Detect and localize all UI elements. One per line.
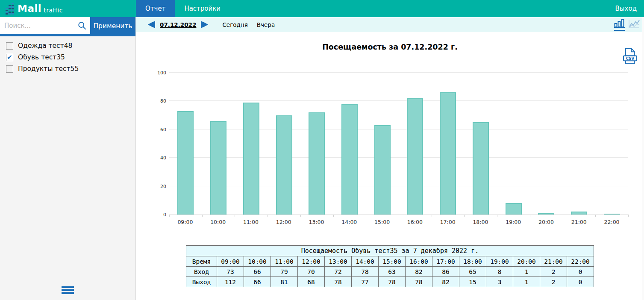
prev-day-icon[interactable] bbox=[147, 21, 156, 28]
bar bbox=[506, 203, 522, 215]
tab-report[interactable]: Отчет bbox=[136, 0, 175, 17]
table-cell: 79 bbox=[271, 267, 298, 277]
table-cell: 3 bbox=[486, 277, 513, 287]
table-cell: 2 bbox=[540, 277, 567, 287]
x-axis-tick bbox=[366, 215, 366, 217]
apply-button[interactable]: Применить bbox=[90, 17, 135, 36]
list-item[interactable]: ✔Обувь тест35 bbox=[6, 53, 135, 61]
table-row: Вход736679707278638286658120 bbox=[186, 267, 594, 277]
bar-slot bbox=[235, 73, 268, 215]
table-cell: 1 bbox=[513, 267, 540, 277]
checkbox[interactable] bbox=[6, 65, 13, 73]
bar-slot bbox=[399, 73, 432, 215]
x-axis-tick bbox=[530, 215, 530, 217]
table-cell: 1 bbox=[513, 277, 540, 287]
bar bbox=[407, 98, 423, 215]
table-cell: 12:00 bbox=[298, 256, 325, 267]
table-cell: 11:00 bbox=[271, 256, 298, 267]
table-cell: 18:00 bbox=[459, 256, 486, 267]
table-title: Посещаемость Обувь тест35 за 7 декабря 2… bbox=[186, 246, 594, 256]
bar bbox=[374, 125, 391, 215]
x-axis-tick-label: 12:00 bbox=[267, 219, 300, 225]
list-item[interactable]: Продукты тест55 bbox=[6, 65, 135, 73]
table-cell: 14:00 bbox=[352, 256, 379, 267]
x-axis-tick-label: 17:00 bbox=[431, 219, 464, 225]
table-cell: 13:00 bbox=[325, 256, 352, 267]
bar bbox=[538, 213, 554, 215]
report-content: Посещаемость за 07.12.2022 г. CSV 020406… bbox=[136, 43, 644, 300]
bar bbox=[276, 115, 292, 215]
table-cell: 66 bbox=[244, 267, 271, 277]
checkbox[interactable]: ✔ bbox=[6, 54, 13, 61]
app-logo: Mall traffic bbox=[0, 0, 136, 17]
table-cell: 0 bbox=[567, 277, 594, 287]
table-cell: 77 bbox=[352, 277, 379, 287]
checkbox-label: Продукты тест55 bbox=[18, 65, 79, 73]
logout-link[interactable]: Выход bbox=[615, 0, 644, 17]
checkbox-label: Обувь тест35 bbox=[18, 53, 65, 61]
x-axis-tick bbox=[595, 215, 596, 217]
next-day-icon[interactable] bbox=[200, 21, 209, 28]
table-cell: 22:00 bbox=[567, 256, 594, 267]
x-axis-tick bbox=[628, 215, 629, 217]
x-axis-tick bbox=[497, 215, 497, 217]
menu-icon[interactable] bbox=[62, 286, 74, 295]
table-cell: 86 bbox=[432, 267, 459, 277]
filter-list: Одежда тест48✔Обувь тест35Продукты тест5… bbox=[0, 36, 135, 73]
table-cell: 70 bbox=[298, 267, 325, 277]
x-axis-tick-label: 14:00 bbox=[333, 219, 366, 225]
yesterday-link[interactable]: Вчера bbox=[257, 21, 275, 28]
table-cell: 82 bbox=[432, 277, 459, 287]
sidebar: Применить Одежда тест48✔Обувь тест35Прод… bbox=[0, 17, 136, 300]
today-link[interactable]: Сегодня bbox=[222, 21, 247, 28]
chart-plot: 020406080100 bbox=[169, 73, 628, 215]
table-cell: 0 bbox=[567, 267, 594, 277]
bar bbox=[177, 111, 194, 215]
x-axis-tick bbox=[399, 215, 399, 217]
bar bbox=[473, 122, 489, 215]
checkbox[interactable] bbox=[6, 42, 13, 50]
bar-slot bbox=[202, 73, 235, 215]
main-panel: 07.12.2022 Сегодня Вчера bbox=[136, 17, 644, 300]
table-cell: 10:00 bbox=[244, 256, 271, 267]
csv-download-icon[interactable]: CSV bbox=[623, 48, 637, 65]
row-label: Выход bbox=[186, 277, 217, 287]
search-input[interactable] bbox=[0, 17, 90, 34]
table-cell: 19:00 bbox=[486, 256, 513, 267]
y-axis-tick-label: 60 bbox=[149, 127, 166, 132]
table-cell: 72 bbox=[325, 267, 352, 277]
table-cell: 112 bbox=[217, 277, 244, 287]
x-axis-tick-label: 15:00 bbox=[366, 219, 399, 225]
table-cell: 16:00 bbox=[406, 256, 432, 267]
bar bbox=[341, 104, 358, 215]
tab-settings[interactable]: Настройки bbox=[175, 0, 230, 17]
main-tabs: Отчет Настройки bbox=[136, 0, 230, 17]
svg-text:CSV: CSV bbox=[626, 56, 635, 61]
bar-chart-view-icon[interactable] bbox=[614, 19, 625, 31]
table-cell: 15 bbox=[459, 277, 486, 287]
table-cell: 68 bbox=[298, 277, 325, 287]
brand-suffix: traffic bbox=[44, 7, 63, 14]
x-axis-tick-label: 09:00 bbox=[169, 219, 202, 225]
table-cell: 78 bbox=[379, 277, 406, 287]
search-input-wrap bbox=[0, 17, 90, 34]
x-axis-tick bbox=[464, 215, 465, 217]
table-cell: 21:00 bbox=[540, 256, 567, 267]
bar-slot bbox=[366, 73, 399, 215]
line-chart-view-icon[interactable] bbox=[629, 19, 640, 30]
y-axis-tick-label: 100 bbox=[149, 70, 166, 76]
date-link[interactable]: 07.12.2022 bbox=[160, 21, 196, 28]
row-label: Вход bbox=[186, 267, 217, 277]
table-cell: 8 bbox=[486, 267, 513, 277]
table-cell: 65 bbox=[459, 267, 486, 277]
table-cell: 78 bbox=[325, 277, 352, 287]
bar bbox=[243, 103, 259, 215]
bars-layer bbox=[169, 73, 628, 215]
list-item[interactable]: Одежда тест48 bbox=[6, 42, 135, 50]
row-label: Время bbox=[186, 256, 217, 267]
y-axis-tick-label: 40 bbox=[149, 155, 166, 161]
x-axis-tick-label: 18:00 bbox=[464, 219, 497, 225]
search-icon[interactable] bbox=[77, 21, 87, 30]
x-axis-tick-label: 19:00 bbox=[497, 219, 530, 225]
scrollbar[interactable] bbox=[642, 17, 644, 300]
